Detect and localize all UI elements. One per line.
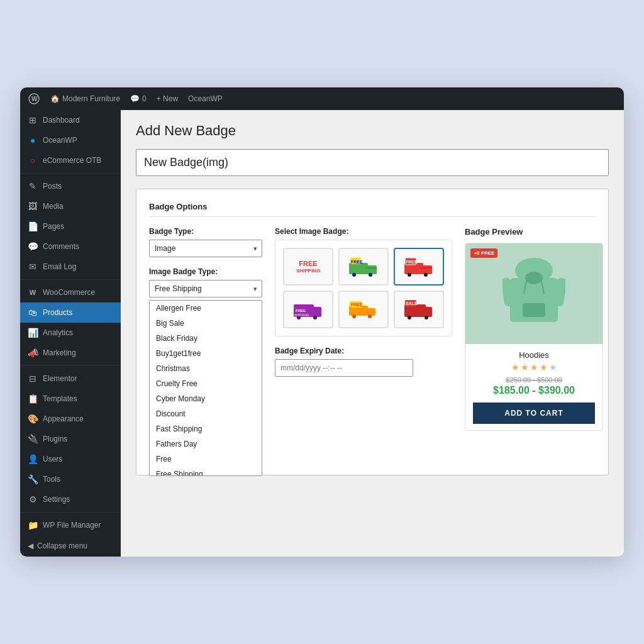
woocommerce-icon: W: [28, 287, 38, 297]
top-bar: W 🏠 Modern Furniture 💬 0 + New OceanWP: [20, 87, 624, 110]
sidebar-item-analytics[interactable]: 📊 Analytics: [20, 323, 121, 343]
badge-options-container: Badge Options Badge Type: Image Text CSS: [136, 189, 609, 475]
email-icon: ✉: [28, 262, 38, 272]
file-manager-icon: 📁: [28, 520, 38, 530]
dropdown-item-fast-shipping[interactable]: Fast Shipping: [150, 421, 262, 436]
star-3: ★: [530, 362, 538, 372]
oceanwp-icon: ●: [28, 135, 38, 145]
badge-name-input[interactable]: [136, 149, 609, 176]
settings-icon: ⚙: [28, 494, 38, 504]
image-badge-type-select-wrapper: Free Shipping Allergen Free Big Sale Bla…: [149, 280, 262, 297]
svg-text:FREE: FREE: [351, 260, 363, 264]
sidebar-item-appearance[interactable]: 🎨 Appearance: [20, 409, 121, 429]
sidebar-item-posts[interactable]: ✎ Posts: [20, 176, 121, 196]
svg-point-12: [408, 273, 411, 277]
star-4: ★: [540, 362, 548, 372]
sidebar-item-label: Plugins: [43, 435, 67, 443]
sidebar-item-pages[interactable]: 📄 Pages: [20, 216, 121, 236]
sidebar-item-label: WP File Manager: [43, 521, 101, 530]
sidebar-item-users[interactable]: 👤 Users: [20, 449, 121, 469]
sidebar-item-email-log[interactable]: ✉ Email Log: [20, 257, 121, 277]
sidebar-item-wp-file-manager[interactable]: 📁 WP File Manager: [20, 515, 121, 535]
collapse-menu-button[interactable]: ◀ Collapse menu: [20, 535, 121, 557]
preview-image-area: 🚚 FREE: [465, 243, 602, 344]
collapse-label: Collapse menu: [37, 541, 87, 550]
star-2: ★: [521, 362, 529, 372]
badge-image-item-6[interactable]: SALE: [394, 291, 444, 328]
sidebar-item-label: Templates: [43, 394, 77, 403]
page-title: Add New Badge: [136, 123, 609, 139]
tools-icon: 🔧: [28, 474, 38, 484]
theme-link[interactable]: OceanWP: [188, 94, 223, 103]
dropdown-item-black-friday[interactable]: Black Friday: [150, 331, 262, 346]
add-to-cart-button[interactable]: ADD TO CART: [473, 402, 595, 424]
elementor-icon: ⊟: [28, 374, 38, 384]
dropdown-item-cyber-monday[interactable]: Cyber Monday: [150, 391, 262, 406]
sidebar-item-plugins[interactable]: 🔌 Plugins: [20, 429, 121, 449]
sidebar-divider: [20, 512, 121, 513]
sidebar-item-media[interactable]: 🖼 Media: [20, 196, 121, 216]
dropdown-item-fathers-day[interactable]: Fathers Day: [150, 436, 262, 452]
dropdown-item-cruelty-free[interactable]: Cruelty Free: [150, 376, 262, 391]
sidebar-item-label: OceanWP: [43, 136, 77, 145]
dropdown-item-christmas[interactable]: Christmas: [150, 361, 262, 376]
badge-image-item-5[interactable]: FREE: [338, 291, 389, 328]
preview-badge-sticker: 🚚 FREE: [470, 248, 497, 258]
sidebar-item-tools[interactable]: 🔧 Tools: [20, 469, 121, 489]
templates-icon: 📋: [28, 394, 38, 404]
svg-point-6: [369, 273, 372, 277]
plugins-icon: 🔌: [28, 434, 38, 444]
svg-point-24: [352, 314, 356, 318]
badge-image-item-2[interactable]: FREE: [338, 248, 389, 286]
dropdown-item-buy1get1free[interactable]: Buy1get1free: [150, 346, 262, 361]
svg-rect-29: [425, 307, 432, 317]
sidebar-item-marketing[interactable]: 📣 Marketing: [20, 343, 121, 363]
preview-card: 🚚 FREE: [465, 243, 603, 431]
dropdown-item-allergen-free[interactable]: Allergen Free: [150, 301, 262, 316]
star-5: ★: [549, 362, 557, 372]
media-icon: 🖼: [28, 201, 38, 211]
preview-title: Badge Preview: [465, 227, 603, 236]
dashboard-icon: ⊞: [28, 115, 38, 125]
users-icon: 👤: [28, 454, 38, 464]
preview-product-name: Hoodies: [473, 350, 595, 360]
preview-original-price: $250.00 - $500.00: [473, 376, 595, 384]
badge-image-item-4[interactable]: FREE SHIPPING: [283, 291, 333, 328]
sidebar-item-label: eCommerce OTB: [43, 156, 101, 165]
sidebar-item-woocommerce[interactable]: W WooCommerce: [20, 282, 121, 303]
sidebar-item-oceanwp[interactable]: ● OceanWP: [20, 130, 121, 150]
badge-expiry-date-input[interactable]: [275, 359, 413, 377]
dropdown-item-free[interactable]: Free: [150, 452, 262, 467]
badge-type-dropdown-list: Allergen Free Big Sale Black Friday Buy1…: [149, 300, 262, 476]
sidebar-item-templates[interactable]: 📋 Templates: [20, 389, 121, 409]
wp-logo-icon[interactable]: W: [28, 92, 40, 105]
image-badge-type-group: Image Badge Type: Free Shipping: [149, 267, 262, 297]
badge-type-select[interactable]: Image Text CSS: [149, 240, 262, 257]
sidebar-divider: [20, 279, 121, 280]
badge-image-item-1[interactable]: FREE SHIPPING: [283, 248, 333, 286]
sidebar-item-comments[interactable]: 💬 Comments: [20, 236, 121, 257]
site-home-link[interactable]: 🏠 Modern Furniture: [50, 94, 120, 103]
sidebar-item-ecommerce[interactable]: ○ eCommerce OTB: [20, 150, 121, 170]
sidebar-item-label: Settings: [43, 495, 70, 504]
badge-truck-icon: 🚚: [474, 250, 480, 256]
badge-type-select-wrapper: Image Text CSS: [149, 240, 262, 257]
sidebar-item-settings[interactable]: ⚙ Settings: [20, 489, 121, 509]
comments-link[interactable]: 💬 0: [130, 94, 147, 103]
dropdown-item-free-shipping[interactable]: Free Shipping: [150, 467, 262, 476]
image-badge-dropdown[interactable]: Free Shipping: [149, 280, 262, 297]
svg-text:SHIPPING: SHIPPING: [294, 313, 309, 317]
badge-image-item-3[interactable]: FREE: [394, 248, 444, 286]
image-badges-section: Select Image Badge: FREE SHIPPING: [275, 227, 452, 431]
sidebar-item-elementor[interactable]: ⊟ Elementor: [20, 369, 121, 389]
dropdown-item-big-sale[interactable]: Big Sale: [150, 316, 262, 331]
svg-point-30: [408, 316, 411, 319]
sidebar-item-dashboard[interactable]: ⊞ Dashboard: [20, 110, 121, 130]
new-post-link[interactable]: + New: [157, 94, 178, 103]
dropdown-item-discount[interactable]: Discount: [150, 406, 262, 421]
sidebar-item-label: Dashboard: [43, 116, 80, 125]
sidebar-item-products[interactable]: 🛍 Products: [20, 303, 121, 323]
svg-text:FREE: FREE: [406, 260, 418, 264]
sidebar-divider: [20, 173, 121, 174]
comments-icon: 💬: [130, 94, 140, 103]
